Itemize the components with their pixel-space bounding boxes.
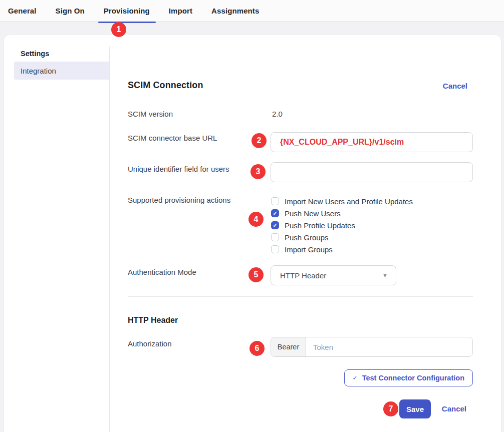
checkbox-icon: ✓ — [271, 197, 279, 205]
token-input[interactable] — [306, 337, 472, 356]
auth-mode-label: Authentication Mode — [128, 268, 196, 276]
authorization-label: Authorization — [128, 339, 172, 348]
checkbox-icon: ✓ — [271, 245, 279, 253]
tab-sign-on[interactable]: Sign On — [56, 0, 85, 22]
annotation-badge-2: 2 — [251, 133, 267, 148]
authorization-input-group: Bearer — [271, 337, 473, 357]
sidebar-divider — [109, 47, 110, 432]
checkbox-import-new-users[interactable]: ✓ Import New Users and Profile Updates — [271, 195, 413, 207]
base-url-input[interactable] — [271, 132, 473, 152]
annotation-badge-1: 1 — [111, 22, 126, 37]
annotation-badge-6: 6 — [249, 341, 265, 356]
sidebar-item-label: Integration — [21, 67, 56, 75]
active-tab-underline — [98, 22, 156, 23]
checkbox-push-profile-updates[interactable]: ✓ Push Profile Updates — [271, 219, 413, 231]
section-divider — [128, 296, 473, 297]
checkbox-push-groups[interactable]: ✓ Push Groups — [271, 231, 413, 243]
unique-id-label: Unique identifier field for users — [128, 165, 229, 173]
content-card: Settings Integration SCIM Connection Can… — [4, 35, 501, 432]
unique-id-input[interactable] — [271, 162, 473, 182]
annotation-badge-4: 4 — [248, 212, 264, 227]
tab-general[interactable]: General — [8, 0, 37, 22]
annotation-badge-7: 7 — [383, 401, 398, 416]
base-url-label: SCIM connector base URL — [128, 134, 217, 142]
scim-version-value: 2.0 — [272, 110, 283, 118]
scim-version-label: SCIM version — [128, 110, 173, 118]
checkbox-import-groups[interactable]: ✓ Import Groups — [271, 243, 413, 255]
sidebar-header: Settings — [21, 50, 49, 58]
auth-mode-value: HTTP Header — [280, 271, 326, 280]
tab-import[interactable]: Import — [169, 0, 192, 22]
checkbox-icon: ✓ — [271, 233, 279, 241]
checkbox-icon: ✓ — [271, 221, 279, 229]
tab-provisioning[interactable]: Provisioning — [104, 0, 150, 22]
annotation-badge-3: 3 — [250, 164, 266, 179]
checkbox-push-new-users[interactable]: ✓ Push New Users — [271, 207, 413, 219]
bearer-prefix: Bearer — [271, 337, 306, 356]
cancel-link-bottom[interactable]: Cancel — [442, 404, 466, 413]
app-tab-bar: General Sign On Provisioning Import Assi… — [0, 0, 504, 22]
check-icon: ✓ — [353, 374, 358, 381]
checkbox-icon: ✓ — [271, 209, 279, 217]
provisioning-actions-label: Supported provisioning actions — [128, 196, 230, 204]
annotation-badge-5: 5 — [248, 267, 264, 282]
chevron-down-icon: ▼ — [382, 272, 388, 278]
save-button[interactable]: Save — [399, 399, 431, 418]
test-connector-button[interactable]: ✓ Test Connector Configuration — [344, 369, 473, 386]
sidebar-item-integration[interactable]: Integration — [14, 62, 109, 80]
form-title: SCIM Connection — [128, 80, 203, 90]
cancel-link-top[interactable]: Cancel — [443, 82, 467, 90]
tab-assignments[interactable]: Assignments — [211, 0, 259, 22]
scim-connection-form: SCIM Connection Cancel SCIM version 2.0 … — [128, 35, 473, 432]
http-header-section-title: HTTP Header — [128, 316, 178, 325]
auth-mode-select[interactable]: HTTP Header ▼ — [271, 265, 396, 285]
